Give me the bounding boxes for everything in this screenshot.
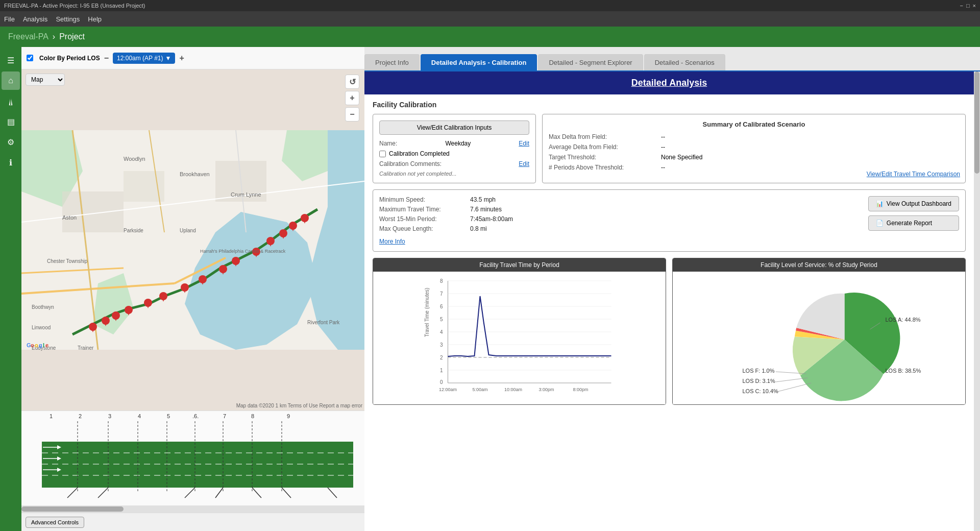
svg-text:Travel Time (minutes): Travel Time (minutes): [424, 288, 430, 337]
period-selector[interactable]: 12:00am (AP #1) ▼: [113, 53, 175, 64]
svg-text:Boothwyn: Boothwyn: [32, 304, 54, 310]
segment-scrollbar[interactable]: [21, 505, 364, 513]
name-edit-link[interactable]: Edit: [519, 140, 529, 147]
view-edit-calibration-btn[interactable]: View/Edit Calibration Inputs: [379, 120, 529, 135]
svg-text:Trainer: Trainer: [78, 345, 94, 351]
view-output-dashboard-btn[interactable]: 📊 View Output Dashboard: [868, 196, 959, 211]
calibration-summary-card: Summary of Calibrated Scenario Max Delta…: [542, 114, 966, 183]
los-chart-title: Facility Level of Service: % of Study Pe…: [673, 258, 965, 272]
svg-text:8: 8: [440, 278, 443, 284]
svg-text:Parkside: Parkside: [124, 228, 143, 233]
view-edit-travel-link[interactable]: View/Edit Travel Time Comparison: [867, 171, 960, 178]
menu-settings[interactable]: Settings: [56, 15, 80, 23]
target-threshold-value: None Specified: [661, 154, 702, 161]
svg-line-133: [776, 383, 812, 392]
comments-label: Calibration Comments:: [379, 160, 442, 167]
segment-scrollbar-thumb[interactable]: [21, 506, 124, 512]
map-type-selector[interactable]: Map Satellite: [26, 74, 65, 86]
svg-text:2: 2: [440, 355, 443, 360]
los-pie-svg: LOS A: 44.8% LOS B: 38.5% LOS C: 10.4% L…: [677, 276, 961, 403]
facility-calibration-title: Facility Calibration: [373, 101, 966, 109]
max-delta-value: --: [661, 133, 665, 140]
sidebar-item-road[interactable]: [2, 92, 20, 110]
target-threshold-label: Target Threshold:: [549, 154, 661, 161]
travel-time-chart-title: Facility Travel Time by Period: [373, 258, 666, 272]
map-type-select[interactable]: Map Satellite: [26, 74, 65, 86]
right-scrollbar[interactable]: [974, 71, 980, 531]
period-dropdown-icon: ▼: [165, 55, 172, 62]
advanced-controls-button[interactable]: Advanced Controls: [26, 517, 84, 528]
calibration-inputs-card: View/Edit Calibration Inputs Name: Weekd…: [373, 114, 536, 183]
titlebar-title: FREEVAL-PA - Active Project: I-95 EB (Un…: [4, 3, 145, 9]
comments-row: Calibration Comments: Edit: [379, 160, 529, 167]
titlebar-controls[interactable]: − □ ×: [960, 3, 976, 9]
max-travel-value: 7.6 minutes: [470, 206, 502, 213]
generate-report-btn[interactable]: 📄 Generate Report: [868, 215, 959, 231]
sidebar: ☰ ⌂ ▤ ⚙ ℹ: [0, 47, 21, 531]
map-zoom-out-btn[interactable]: −: [345, 107, 359, 122]
content-area: Detailed Analysis Facility Calibration V…: [364, 71, 974, 531]
svg-text:6: 6: [440, 304, 443, 309]
svg-text:LOS D: 3.1%: LOS D: 3.1%: [743, 378, 775, 384]
svg-rect-7: [62, 191, 124, 232]
svg-text:.6.: .6.: [192, 413, 199, 419]
tab-detailed-analysis-calibration[interactable]: Detailed Analysis - Calibration: [421, 54, 537, 70]
name-label: Name:: [379, 140, 397, 147]
maximize-btn[interactable]: □: [966, 3, 970, 9]
svg-text:5: 5: [167, 413, 170, 419]
svg-rect-8: [124, 171, 164, 202]
close-btn[interactable]: ×: [973, 3, 976, 9]
svg-line-98: [282, 488, 291, 498]
sidebar-item-settings[interactable]: ⚙: [2, 133, 20, 151]
sidebar-item-menu[interactable]: ☰: [2, 51, 20, 69]
period-minus-btn[interactable]: −: [104, 54, 109, 63]
name-row: Name: Weekday Edit: [379, 140, 529, 147]
tab-project-info[interactable]: Project Info: [364, 54, 420, 70]
menu-analysis[interactable]: Analysis: [23, 15, 47, 23]
worst-period-item: Worst 15-Min Period: 7:45am-8:00am: [379, 215, 513, 223]
sidebar-item-home[interactable]: ⌂: [2, 71, 20, 90]
max-queue-item: Max Queue Length: 0.8 mi: [379, 225, 513, 232]
svg-line-96: [215, 488, 223, 498]
travel-time-svg: 8 7 6 5 4 3 2 1 0 Travel Time (minutes): [377, 276, 662, 403]
breadcrumb-app[interactable]: Freeval-PA: [8, 32, 48, 41]
map-refresh-btn[interactable]: ↺: [345, 75, 359, 89]
minimize-btn[interactable]: −: [960, 3, 963, 9]
svg-text:Riverfont Park: Riverfont Park: [307, 320, 340, 325]
svg-text:l: l: [43, 342, 44, 348]
map-controls: ↺ + −: [345, 75, 359, 122]
more-info-link[interactable]: More Info: [379, 238, 513, 245]
svg-text:4: 4: [138, 413, 141, 419]
tab-detailed-segment-explorer[interactable]: Detailed - Segment Explorer: [538, 54, 643, 70]
sidebar-item-info[interactable]: ℹ: [2, 153, 20, 172]
menu-file[interactable]: File: [4, 15, 15, 23]
comments-edit-link[interactable]: Edit: [519, 160, 529, 167]
period-plus-btn[interactable]: +: [179, 54, 184, 63]
max-travel-item: Maximum Travel Time: 7.6 minutes: [379, 206, 513, 213]
calibration-completed-checkbox[interactable]: [379, 151, 386, 157]
tab-detailed-scenarios[interactable]: Detailed - Scenarios: [644, 54, 725, 70]
name-value: Weekday: [445, 140, 471, 147]
svg-text:o: o: [31, 342, 34, 348]
view-output-label: View Output Dashboard: [887, 200, 951, 207]
right-scrollbar-thumb[interactable]: [974, 71, 979, 174]
map-area[interactable]: Aston Crum Lynne Brookhaven Woodlyn Ches…: [21, 69, 364, 411]
menu-help[interactable]: Help: [88, 15, 102, 23]
svg-line-97: [252, 488, 261, 498]
generate-report-label: Generate Report: [887, 220, 932, 227]
map-svg: Aston Crum Lynne Brookhaven Woodlyn Ches…: [21, 69, 364, 411]
svg-text:8: 8: [251, 413, 254, 419]
min-speed-item: Minimum Speed: 43.5 mph: [379, 196, 513, 203]
svg-text:Crum Lynne: Crum Lynne: [231, 191, 261, 198]
map-zoom-in-btn[interactable]: +: [345, 91, 359, 105]
svg-text:o: o: [35, 342, 38, 348]
svg-text:4: 4: [440, 329, 443, 335]
svg-text:3:00pm: 3:00pm: [538, 387, 554, 392]
svg-text:7: 7: [223, 413, 226, 419]
color-period-los-label: Color By Period LOS: [39, 55, 100, 62]
sidebar-item-layers[interactable]: ▤: [2, 112, 20, 131]
detailed-analysis-title: Detailed Analysis: [631, 78, 707, 88]
menubar: File Analysis Settings Help: [0, 11, 980, 27]
color-period-los-checkbox[interactable]: [27, 55, 33, 61]
svg-text:1: 1: [440, 368, 443, 373]
